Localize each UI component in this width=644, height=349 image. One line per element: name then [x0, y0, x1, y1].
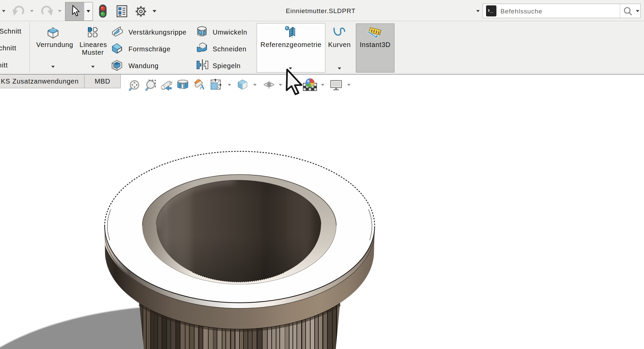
svg-text:A: A	[200, 83, 205, 91]
